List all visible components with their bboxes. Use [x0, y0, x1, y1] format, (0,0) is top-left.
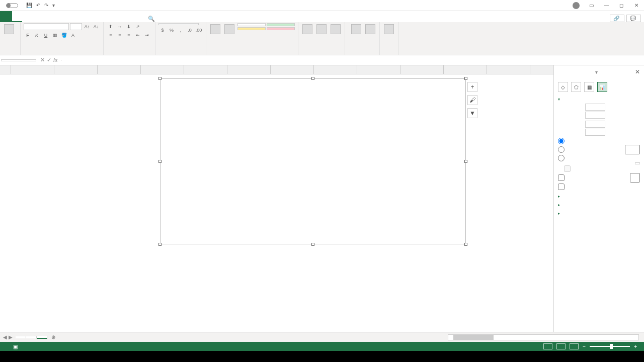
minimize-icon[interactable]: — — [599, 3, 614, 8]
axis-options-icon[interactable]: 📊 — [597, 82, 607, 92]
save-icon[interactable]: 💾 — [26, 3, 32, 8]
sheet-tab[interactable] — [37, 336, 47, 339]
sheet-tab[interactable] — [16, 336, 26, 338]
ideas-button[interactable] — [383, 23, 395, 36]
worksheet[interactable]: + 🖌 ▼ — [0, 65, 553, 332]
normal-view-button[interactable] — [543, 343, 552, 349]
new-sheet-button[interactable]: ⊕ — [47, 334, 59, 340]
autosave-toggle[interactable] — [0, 3, 22, 8]
fx-icon[interactable]: fx — [53, 57, 58, 63]
redo-icon[interactable]: ↷ — [44, 3, 48, 8]
col-header[interactable] — [357, 65, 400, 74]
find-select-button[interactable] — [364, 23, 376, 36]
col-header[interactable] — [54, 65, 98, 74]
axis-max-input[interactable] — [585, 112, 605, 119]
close-icon[interactable]: ✕ — [629, 3, 644, 8]
paste-button[interactable] — [3, 23, 15, 36]
cancel-formula-icon[interactable]: ✕ — [40, 57, 45, 63]
style-bad[interactable] — [267, 27, 295, 30]
macro-record-icon[interactable]: ▣ — [13, 344, 18, 349]
tell-me-search[interactable]: 🔍 — [148, 16, 157, 22]
chart-plot[interactable] — [166, 84, 460, 239]
tab-start[interactable] — [12, 18, 22, 22]
font-color-button[interactable]: A — [69, 32, 77, 39]
increase-font-icon[interactable]: A↑ — [83, 23, 91, 30]
format-cells-button[interactable] — [330, 23, 342, 36]
comma-icon[interactable]: , — [177, 27, 185, 34]
col-header[interactable] — [184, 65, 227, 74]
italic-button[interactable]: K — [33, 32, 41, 39]
select-all-corner[interactable] — [0, 65, 11, 74]
style-standard[interactable] — [237, 23, 266, 26]
section-labels[interactable] — [558, 202, 640, 207]
format-as-table-button[interactable] — [223, 23, 235, 36]
enter-formula-icon[interactable]: ✓ — [47, 57, 51, 63]
sheet-nav[interactable]: ◀ ▶ — [0, 334, 16, 340]
col-header[interactable] — [98, 65, 141, 74]
ribbon-display-icon[interactable]: ▭ — [584, 3, 599, 8]
maximize-icon[interactable]: ◻ — [614, 3, 629, 8]
horizontal-scrollbar[interactable] — [448, 334, 639, 340]
col-header[interactable] — [314, 65, 357, 74]
bold-button[interactable]: F — [24, 32, 32, 39]
conditional-formatting-button[interactable] — [209, 23, 221, 36]
chart-styles-button[interactable]: 🖌 — [467, 95, 477, 105]
orientation-icon[interactable]: ↗ — [134, 23, 142, 30]
page-break-view-button[interactable] — [570, 343, 579, 349]
insert-cells-button[interactable] — [301, 23, 313, 36]
align-left-icon[interactable]: ≡ — [107, 32, 115, 39]
zoom-slider[interactable] — [590, 346, 630, 347]
reverse-order-checkbox[interactable] — [558, 184, 565, 190]
log-scale-checkbox[interactable] — [558, 174, 565, 181]
style-good[interactable] — [267, 23, 295, 26]
col-header[interactable] — [444, 65, 487, 74]
font-size-select[interactable] — [70, 23, 82, 30]
col-header[interactable] — [487, 65, 530, 74]
sheet-tab[interactable] — [26, 336, 37, 338]
col-header[interactable] — [141, 65, 184, 74]
indent-inc-icon[interactable]: ⇥ — [143, 32, 151, 39]
align-bottom-icon[interactable]: ⬇ — [125, 23, 133, 30]
undo-icon[interactable]: ↶ — [36, 3, 40, 8]
display-units-select[interactable] — [635, 162, 640, 164]
user-account[interactable] — [566, 2, 584, 9]
fill-color-button[interactable]: 🪣 — [60, 32, 68, 39]
col-header[interactable] — [271, 65, 314, 74]
pane-close-icon[interactable]: ✕ — [635, 68, 640, 75]
align-top-icon[interactable]: ⬆ — [107, 23, 115, 30]
major-unit-input[interactable] — [585, 121, 605, 128]
comments-button[interactable]: 💬 — [626, 15, 641, 22]
col-header[interactable] — [227, 65, 271, 74]
size-props-icon[interactable]: ▦ — [584, 82, 594, 92]
delete-cells-button[interactable] — [315, 23, 328, 36]
cross-auto-radio[interactable] — [558, 138, 565, 144]
chart-object[interactable]: + 🖌 ▼ — [160, 78, 466, 244]
align-right-icon[interactable]: ≡ — [125, 32, 133, 39]
col-header[interactable] — [400, 65, 444, 74]
fill-line-icon[interactable]: ◇ — [558, 82, 568, 92]
decrease-font-icon[interactable]: A↓ — [92, 23, 100, 30]
zoom-out-button[interactable]: − — [583, 344, 586, 349]
section-axis-options[interactable] — [558, 96, 640, 102]
font-name-select[interactable] — [24, 23, 69, 30]
formula-input[interactable] — [61, 60, 644, 61]
axis-min-input[interactable] — [585, 104, 605, 111]
section-number[interactable] — [558, 210, 640, 216]
effects-icon[interactable]: ⬠ — [571, 82, 581, 92]
qat-dropdown-icon[interactable]: ▾ — [52, 3, 55, 8]
zoom-in-button[interactable]: + — [634, 344, 637, 349]
sort-filter-button[interactable] — [350, 23, 362, 36]
indent-dec-icon[interactable]: ⇤ — [134, 32, 142, 39]
underline-button[interactable]: U — [42, 32, 50, 39]
align-center-icon[interactable]: ≡ — [116, 32, 124, 39]
section-ticks[interactable] — [558, 193, 640, 199]
chart-elements-button[interactable]: + — [467, 82, 477, 92]
name-box[interactable] — [1, 59, 36, 61]
chart-filters-button[interactable]: ▼ — [467, 108, 477, 118]
col-header[interactable] — [11, 65, 54, 74]
share-button[interactable]: 🔗 — [610, 15, 624, 22]
pane-dropdown-icon[interactable]: ▾ — [595, 69, 598, 75]
currency-icon[interactable]: $ — [158, 27, 167, 34]
border-button[interactable]: ▦ — [51, 32, 59, 39]
page-layout-view-button[interactable] — [556, 343, 566, 349]
